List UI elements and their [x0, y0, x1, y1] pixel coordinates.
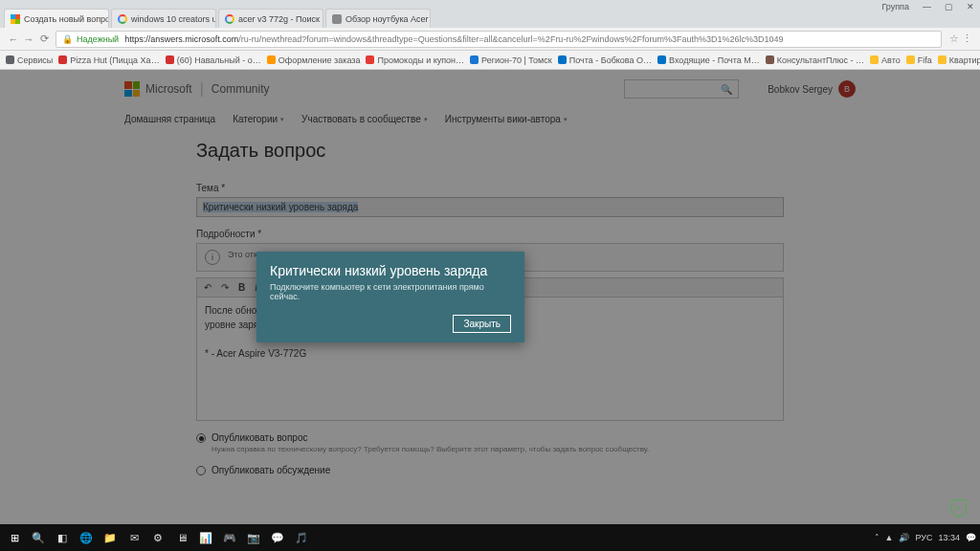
minimize-button[interactable]: — [923, 2, 931, 11]
toast-body: Подключите компьютер к сети электропитан… [270, 282, 511, 301]
taskbar: ⊞ 🔍 ◧ 🌐 📁 ✉ ⚙ 🖥 📊 🎮 📷 💬 🎵 ˄ ▲ 🔊 РУС 13:3… [0, 524, 980, 551]
favicon-google-icon [225, 14, 234, 24]
taskbar-app[interactable]: 📊 [195, 527, 216, 548]
taskbar-app[interactable]: 💬 [267, 527, 288, 548]
bookmark-icon [366, 55, 374, 64]
taskbar-app[interactable]: 🎮 [219, 527, 240, 548]
bookmark-item[interactable]: (60) Навальный - о… [166, 55, 261, 65]
bookmark-star-icon[interactable]: ☆ [949, 33, 959, 45]
taskbar-app[interactable]: 📷 [243, 527, 264, 548]
bookmark-icon [470, 55, 479, 64]
bookmark-item[interactable]: Pizza Hut (Пицца Ха… [58, 55, 159, 65]
tray-chevron-icon[interactable]: ˄ [875, 533, 880, 542]
tab-label: windows 10 creators up… [131, 14, 216, 24]
secure-label: Надежный [77, 34, 119, 44]
reload-button[interactable]: ⟳ [36, 33, 52, 45]
url-input[interactable]: 🔒 Надежный https://answers.microsoft.com… [56, 31, 942, 48]
maximize-button[interactable]: ▢ [945, 2, 953, 11]
browser-tab[interactable]: Обзор ноутбука Acer A…× [325, 9, 431, 28]
address-bar: ← → ⟳ 🔒 Надежный https://answers.microso… [0, 28, 980, 51]
bookmark-item[interactable]: КонсультантПлюс - … [766, 55, 864, 65]
favicon-google-icon [118, 14, 127, 24]
bookmark-item[interactable]: Промокоды и купон… [366, 55, 464, 65]
bookmark-icon [657, 55, 666, 64]
page-content: Microsoft | Community 🔍 Bobkov Sergey B … [0, 70, 980, 524]
browser-tab[interactable]: windows 10 creators up…× [111, 9, 216, 28]
apps-icon [6, 55, 14, 64]
taskbar-app[interactable]: 🎵 [291, 527, 312, 548]
bookmark-icon [906, 55, 915, 64]
bookmark-item[interactable]: Квартира [938, 55, 980, 65]
toast-title: Критически низкий уровень заряда [270, 263, 511, 278]
bookmark-icon [267, 55, 276, 64]
bookmark-icon [870, 55, 879, 64]
lock-icon: 🔒 [62, 34, 73, 44]
bookmark-item[interactable]: Входящие - Почта M… [657, 55, 760, 65]
network-icon[interactable]: ▲ [885, 533, 894, 542]
chrome-window: Группа — ▢ ✕ Создать новый вопрос× windo… [0, 0, 980, 551]
tab-strip: Создать новый вопрос× windows 10 creator… [0, 7, 980, 28]
menu-button[interactable]: ⋮ [959, 33, 974, 45]
forward-button[interactable]: → [21, 33, 36, 45]
taskbar-app[interactable]: 📁 [100, 527, 121, 548]
browser-tab[interactable]: acer v3 772g - Поиск в…× [218, 9, 323, 28]
task-view-button[interactable]: ◧ [52, 527, 73, 548]
bookmark-item[interactable]: Регион-70 | Томск [470, 55, 552, 65]
bookmark-icon [58, 55, 67, 64]
bookmark-item[interactable]: Fifa [906, 55, 932, 65]
start-button[interactable]: ⊞ [4, 527, 25, 548]
tab-label: acer v3 772g - Поиск в… [238, 14, 323, 24]
system-tray: ˄ ▲ 🔊 РУС 13:34 💬 [875, 533, 976, 542]
bookmark-icon [166, 55, 174, 64]
bookmark-icon [766, 55, 774, 64]
bookmark-icon [558, 55, 567, 64]
tab-label: Обзор ноутбука Acer A… [345, 14, 431, 24]
browser-tab[interactable]: Создать новый вопрос× [4, 9, 109, 28]
favicon-generic-icon [332, 14, 342, 24]
window-controls: Группа — ▢ ✕ [881, 2, 974, 11]
taskbar-app[interactable]: 🌐 [76, 527, 97, 548]
bookmark-item[interactable]: Почта - Бобкова О… [558, 55, 652, 65]
volume-icon[interactable]: 🔊 [899, 533, 909, 542]
url-path: /ru-ru/newthread?forum=windows&threadtyp… [238, 34, 783, 44]
tab-label: Создать новый вопрос [24, 14, 109, 24]
taskbar-app[interactable]: ⚙ [147, 527, 168, 548]
toast-close-button[interactable]: Закрыть [453, 315, 511, 333]
taskbar-app[interactable]: ✉ [123, 527, 145, 548]
close-window-button[interactable]: ✕ [967, 2, 974, 11]
language-indicator[interactable]: РУС [915, 533, 932, 542]
url-host: https://answers.microsoft.com [124, 34, 238, 44]
clock[interactable]: 13:34 [938, 534, 960, 542]
back-button[interactable]: ← [6, 33, 21, 45]
bookmark-item[interactable]: Авто [870, 55, 901, 65]
search-button[interactable]: 🔍 [28, 527, 49, 548]
taskbar-app[interactable]: 🖥 [171, 527, 192, 548]
bookmark-icon [938, 55, 947, 64]
shield-icon[interactable]: ✓ [951, 499, 967, 517]
battery-toast: Критически низкий уровень заряда Подключ… [256, 252, 524, 342]
action-center-icon[interactable]: 💬 [966, 533, 976, 542]
bookmarks-bar: Сервисы Pizza Hut (Пицца Ха… (60) Наваль… [0, 51, 980, 70]
favicon-ms-icon [11, 14, 20, 24]
bookmark-item[interactable]: Оформление заказа [267, 55, 361, 65]
badge: Группа [881, 2, 909, 11]
titlebar [0, 0, 980, 7]
apps-button[interactable]: Сервисы [6, 55, 53, 65]
